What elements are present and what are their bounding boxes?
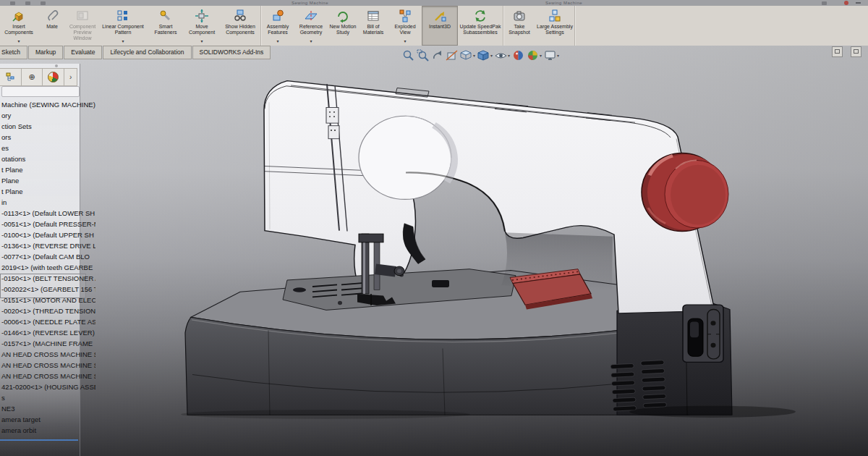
tree-item[interactable]: amera orbit <box>0 425 95 436</box>
smart-fasteners-button[interactable]: Smart Fasteners <box>148 6 184 46</box>
toolbar-mini-icon[interactable] <box>25 1 30 5</box>
view-settings-icon[interactable]: ▾ <box>544 49 559 62</box>
toolbar-mini-icon[interactable] <box>10 1 15 5</box>
view-orientation-icon[interactable]: ▾ <box>460 49 475 62</box>
tree-item[interactable]: Plane <box>0 175 95 186</box>
tree-item[interactable]: AN HEAD CROSS MACHINE S <box>0 360 95 371</box>
tree-item[interactable]: in <box>0 197 95 208</box>
hand-wheel[interactable] <box>642 153 728 232</box>
tree-item[interactable]: -0006<1> (NEEDLE PLATE AS <box>0 316 95 327</box>
update-speedpak-button[interactable]: Update SpeedPak Subassemblies <box>458 6 503 46</box>
large-assembly-settings-icon <box>548 9 562 23</box>
tree-item[interactable]: -0051<1> (Default PRESSER-N <box>0 219 95 229</box>
tree-item[interactable]: -0157<1> (MACHINE FRAME <box>0 338 95 349</box>
component-preview-window-icon <box>75 9 90 23</box>
edit-appearance-icon[interactable] <box>512 49 524 62</box>
tree-item[interactable]: ors <box>0 132 95 143</box>
dropdown-caret[interactable]: ▾ <box>276 39 278 43</box>
apply-scene-icon[interactable]: ▾ <box>527 49 542 62</box>
exploded-view-button[interactable]: Exploded View ▾ <box>388 6 422 46</box>
app-title: Sewing Machine <box>545 1 582 5</box>
show-hidden-components-button[interactable]: Show Hidden Components <box>220 6 260 46</box>
dropdown-caret[interactable]: ▾ <box>508 53 510 58</box>
large-assembly-settings-button[interactable]: Large Assembly Settings <box>535 6 574 46</box>
section-view-icon[interactable] <box>446 49 458 62</box>
dropdown-caret[interactable]: ▾ <box>404 39 406 43</box>
smart-fasteners-icon <box>158 9 173 23</box>
new-motion-study-button[interactable]: New Motion Study <box>328 6 358 46</box>
tree-item[interactable]: 421-0200<1> (HOUSING ASSE <box>0 381 95 392</box>
bill-of-materials-button[interactable]: Bill of Materials <box>358 6 388 46</box>
tree-item[interactable]: -002022<1> (GEARBELT 156 T <box>0 284 95 295</box>
assembly-features-button[interactable]: Assembly Features ▾ <box>261 6 294 46</box>
tab-evaluate[interactable]: Evaluate <box>64 46 102 59</box>
tree-item[interactable]: -0136<1> (REVERSE DRIVE LIN <box>0 240 95 251</box>
hide-show-items-icon[interactable]: ▾ <box>495 49 510 62</box>
tree-item[interactable]: 2019<1> (with teeth GEARBE <box>0 262 95 273</box>
zoom-to-fit-icon[interactable] <box>402 49 414 62</box>
logo-icon <box>844 1 848 5</box>
tab-sketch[interactable]: Sketch <box>0 46 27 59</box>
instant3d-button[interactable]: Instant3D <box>422 6 458 46</box>
reference-geometry-button[interactable]: Reference Geometry ▾ <box>294 6 328 46</box>
tree-item[interactable]: AN HEAD CROSS MACHINE S <box>0 371 95 381</box>
tree-item[interactable]: -0150<1> (BELT TENSIONER A <box>0 273 95 284</box>
insert-components-button[interactable]: Insert Components ▾ <box>0 6 38 46</box>
previous-view-icon[interactable] <box>431 49 443 62</box>
tree-item[interactable]: amera target <box>0 414 95 425</box>
solidworks-window: { "window": { "title_document": "Sewing … <box>0 0 868 456</box>
zoom-to-area-icon[interactable] <box>417 49 429 62</box>
tab-markup[interactable]: Markup <box>28 46 63 59</box>
tree-item[interactable]: NE3 <box>0 403 95 414</box>
headsup-view-toolbar: ▾ ▾ ▾ ▾ ▾ <box>402 48 559 62</box>
tree-item[interactable]: -0146<1> (REVERSE LEVER) <box>0 327 95 338</box>
new-motion-study-icon <box>336 9 350 23</box>
tree-item[interactable]: otations <box>0 153 95 164</box>
tree-item[interactable]: -0077<1> (Default CAM BLO <box>0 251 95 262</box>
tree-item[interactable]: -0100<1> (Default UPPER SH <box>0 229 95 240</box>
dropdown-caret[interactable]: ▾ <box>200 39 203 43</box>
close-window-button[interactable] <box>851 46 861 57</box>
graphics-viewport[interactable] <box>0 46 868 456</box>
display-style-icon[interactable]: ▾ <box>477 49 493 62</box>
sewing-machine-model[interactable] <box>0 46 868 456</box>
dropdown-caret[interactable]: ▾ <box>490 53 493 58</box>
power-switch[interactable] <box>683 305 723 362</box>
toolbar-group-components: Insert Components ▾ Mate Component Previ… <box>0 6 261 46</box>
tree-item[interactable]: ction Sets <box>0 121 95 132</box>
toolbar-mini-icon[interactable] <box>41 1 46 5</box>
tree-item[interactable]: -0151<1> (MOTOR AND ELEC <box>0 295 95 305</box>
tree-item[interactable]: Machine (SEWING MACHINE) <box>0 99 95 110</box>
tree-item[interactable]: t Plane <box>0 186 95 197</box>
tree-item[interactable]: ory <box>0 110 95 121</box>
dropdown-caret[interactable]: ▾ <box>473 53 475 58</box>
dropdown-caret[interactable]: ▾ <box>540 53 542 58</box>
floor-shadow-left <box>181 410 470 419</box>
tree-item[interactable]: -0020<1> (THREAD TENSION <box>0 305 95 316</box>
tree-item[interactable]: t Plane <box>0 164 95 175</box>
dropdown-caret[interactable]: ▾ <box>557 53 559 58</box>
exploded-view-icon <box>398 9 412 23</box>
tree-item[interactable]: s <box>0 392 95 403</box>
tab-lifecycle-collaboration[interactable]: Lifecycle and Collaboration <box>103 46 191 59</box>
take-snapshot-icon <box>512 9 527 23</box>
toolbar-group-tools: Take Snapshot Large Assembly Settings <box>503 6 575 46</box>
move-component-button[interactable]: Move Component ▾ <box>184 6 220 46</box>
mate-button[interactable]: Mate <box>38 6 67 46</box>
tree-item[interactable]: -0113<1> (Default LOWER SH <box>0 208 95 219</box>
tree-item[interactable]: es <box>0 143 95 153</box>
instant3d-icon <box>433 9 447 23</box>
mate-icon <box>45 9 59 23</box>
linear-component-pattern-button[interactable]: Linear Component Pattern ▾ <box>98 6 148 46</box>
dropdown-caret[interactable]: ▾ <box>122 39 124 43</box>
restore-window-button[interactable] <box>832 46 843 57</box>
document-tab-bar: Sketch Markup Evaluate Lifecycle and Col… <box>0 46 271 59</box>
minimize-button[interactable] <box>856 2 861 4</box>
tree-item[interactable]: AN HEAD CROSS MACHINE S <box>0 349 95 360</box>
component-preview-window-button[interactable]: Component Preview Window <box>67 6 98 46</box>
tab-solidworks-addins[interactable]: SOLIDWORKS Add-Ins <box>192 46 271 59</box>
help-icon[interactable] <box>822 1 827 5</box>
dropdown-caret[interactable]: ▾ <box>310 39 312 43</box>
take-snapshot-button[interactable]: Take Snapshot <box>503 6 535 46</box>
dropdown-caret[interactable]: ▾ <box>17 39 20 43</box>
